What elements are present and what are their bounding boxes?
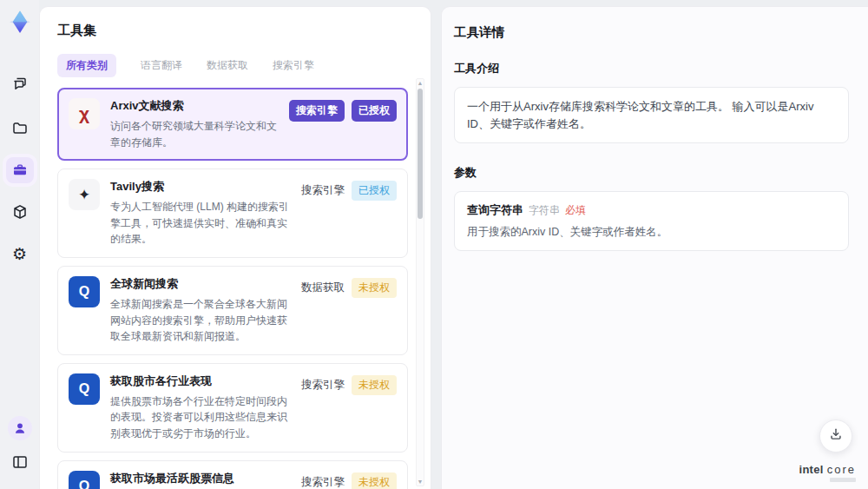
tool-category-label: 搜索引擎 [289, 100, 345, 122]
folder-icon [11, 120, 29, 137]
tool-name: Tavily搜索 [110, 179, 291, 195]
tool-name: 获取市场最活跃股票信息 [110, 471, 291, 486]
tool-list-panel: 工具集 所有类别语言翻译数据获取搜索引擎 Arxiv文献搜索 访问各个研究领域大… [39, 6, 431, 489]
param-required-flag: 必填 [565, 203, 586, 218]
tool-name: 全球新闻搜索 [110, 276, 291, 292]
tool-info: Arxiv文献搜索 访问各个研究领域大量科学论文和文章的存储库。 [110, 98, 279, 150]
category-tab[interactable]: 数据获取 [207, 58, 248, 73]
tavily-star-icon [69, 179, 100, 210]
sidebar-item-chat[interactable] [6, 70, 34, 96]
tool-name: 获取股市各行业表现 [110, 373, 291, 389]
scrollbar-thumb[interactable] [418, 89, 423, 219]
params-heading: 参数 [454, 165, 849, 181]
arxiv-icon [69, 98, 100, 129]
tool-tags: 数据获取 未授权 [301, 276, 397, 298]
sidebar-item-settings[interactable]: ⚙ [6, 241, 34, 267]
app-logo-gem-icon [4, 7, 36, 38]
category-tab[interactable]: 搜索引擎 [273, 58, 314, 73]
user-icon [12, 420, 28, 436]
tool-list: Arxiv文献搜索 访问各个研究领域大量科学论文和文章的存储库。 搜索引擎 已授… [57, 88, 408, 489]
tool-info: 获取股市各行业表现 提供股票市场各个行业在特定时间段内的表现。投资者可以利用这些… [110, 373, 291, 442]
sidebar-item-files[interactable] [6, 116, 34, 142]
detail-title: 工具详情 [454, 24, 849, 41]
tool-name: Arxiv文献搜索 [110, 98, 279, 114]
param-header: 查询字符串 字符串 必填 [467, 202, 836, 218]
cube-icon [11, 203, 29, 221]
tool-info: Tavily搜索 专为人工智能代理 (LLM) 构建的搜索引擎工具，可快速提供实… [110, 179, 291, 248]
tool-category-label: 搜索引擎 [301, 475, 345, 489]
tool-status-badge: 已授权 [352, 181, 397, 201]
sidebar-item-toolbox[interactable] [6, 157, 34, 183]
category-tabs: 所有类别语言翻译数据获取搜索引擎 [57, 54, 408, 77]
category-tab[interactable]: 语言翻译 [141, 58, 182, 73]
sidebar-item-models[interactable] [6, 199, 34, 225]
tool-category-label: 搜索引擎 [301, 183, 345, 198]
tool-card[interactable]: Tavily搜索 专为人工智能代理 (LLM) 构建的搜索引擎工具，可快速提供实… [57, 169, 408, 258]
tool-tags: 搜索引擎 已授权 [289, 98, 397, 122]
intro-heading: 工具介绍 [454, 61, 849, 76]
tool-tags: 搜索引擎 已授权 [301, 179, 397, 201]
tool-card[interactable]: Arxiv文献搜索 访问各个研究领域大量科学论文和文章的存储库。 搜索引擎 已授… [57, 88, 408, 161]
list-scrollbar[interactable]: ▲ ▼ [416, 78, 424, 486]
tool-status-badge: 未授权 [352, 472, 397, 489]
settings-gear-icon: ⚙ [12, 246, 27, 262]
intro-box: 一个用于从Arxiv存储库搜索科学论文和文章的工具。 输入可以是Arxiv ID… [454, 87, 849, 143]
tool-status-badge: 未授权 [352, 278, 397, 298]
tool-description: 专为人工智能代理 (LLM) 构建的搜索引擎工具，可快速提供实时、准确和真实的结… [110, 199, 291, 248]
tool-card[interactable]: 获取市场最活跃股票信息 提供当天交易量最高的股票列表，投资者可以利用这些信息来识… [57, 460, 408, 489]
panel-toggle-icon [11, 453, 29, 471]
news-search-icon [69, 276, 100, 307]
tool-detail-panel: 工具详情 工具介绍 一个用于从Arxiv存储库搜索科学论文和文章的工具。 输入可… [441, 6, 868, 489]
sidebar-item-account[interactable] [8, 416, 32, 440]
param-name: 查询字符串 [467, 202, 523, 218]
brand-ultra-mark [830, 478, 856, 482]
tool-description: 全球新闻搜索是一个聚合全球各大新闻网站内容的搜索引擎，帮助用户快速获取全球最新资… [110, 296, 291, 345]
param-box: 查询字符串 字符串 必填 用于搜索的Arxiv ID、关键字或作者姓名。 [454, 191, 849, 251]
sidebar-item-collapse[interactable] [6, 449, 34, 475]
tool-info: 全球新闻搜索 全球新闻搜索是一个聚合全球各大新闻网站内容的搜索引擎，帮助用户快速… [110, 276, 291, 345]
tool-status-badge: 已授权 [352, 100, 397, 122]
sidebar: ⚙ [0, 0, 39, 489]
brand-core: core [827, 463, 856, 476]
tool-status-badge: 未授权 [352, 375, 397, 395]
app-window: ⚙ 工具集 所有类别语言翻译数据获取搜索引擎 [0, 0, 868, 489]
tool-category-label: 数据获取 [301, 281, 345, 295]
scroll-up-arrow-icon[interactable]: ▲ [417, 80, 424, 86]
toolbox-icon [11, 162, 29, 179]
tool-info: 获取市场最活跃股票信息 提供当天交易量最高的股票列表，投资者可以利用这些信息来识… [110, 471, 291, 489]
intel-core-logo: intelcore [799, 463, 856, 482]
tool-card[interactable]: 全球新闻搜索 全球新闻搜索是一个聚合全球各大新闻网站内容的搜索引擎，帮助用户快速… [57, 266, 408, 355]
active-stocks-icon [69, 471, 100, 489]
intro-text: 一个用于从Arxiv存储库搜索科学论文和文章的工具。 输入可以是Arxiv ID… [467, 98, 836, 132]
tool-description: 提供股票市场各个行业在特定时间段内的表现。投资者可以利用这些信息来识别表现优于或… [110, 393, 291, 442]
tool-category-label: 搜索引擎 [301, 378, 345, 393]
tool-card[interactable]: 获取股市各行业表现 提供股票市场各个行业在特定时间段内的表现。投资者可以利用这些… [57, 363, 408, 453]
download-button[interactable] [819, 420, 852, 453]
download-icon [828, 426, 844, 446]
param-type: 字符串 [529, 203, 560, 218]
category-tab[interactable]: 所有类别 [57, 54, 116, 77]
tool-tags: 搜索引擎 未授权 [301, 471, 397, 489]
chat-icon [11, 75, 29, 92]
scroll-down-arrow-icon[interactable]: ▼ [417, 479, 424, 485]
tool-description: 访问各个研究领域大量科学论文和文章的存储库。 [110, 118, 279, 150]
param-description: 用于搜索的Arxiv ID、关键字或作者姓名。 [467, 225, 836, 240]
stock-sector-icon [69, 373, 100, 405]
brand-intel: intel [799, 463, 823, 476]
tool-tags: 搜索引擎 未授权 [301, 373, 397, 395]
page-title: 工具集 [57, 23, 408, 39]
